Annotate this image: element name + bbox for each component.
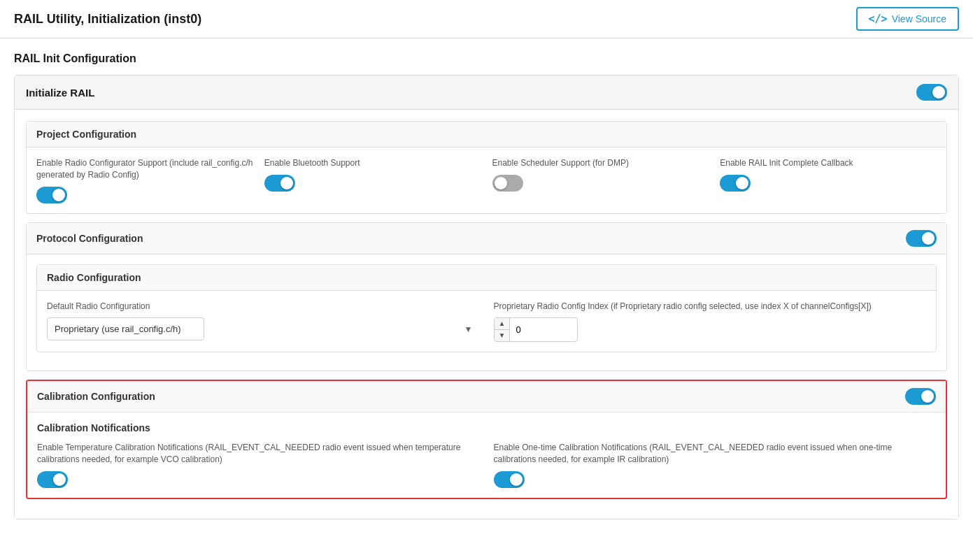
initialize-rail-panel: Initialize RAIL Project Configuration En… (14, 75, 959, 519)
proprietary-index-input[interactable] (510, 320, 566, 339)
project-configuration-title: Project Configuration (27, 122, 946, 148)
radio-configuration-body: Default Radio Configuration Proprietary … (37, 291, 936, 352)
field-bluetooth-support-label: Enable Bluetooth Support (264, 157, 481, 169)
field-temp-calibration: Enable Temperature Calibration Notificat… (37, 442, 480, 488)
toggle-onetime-calibration[interactable] (494, 471, 525, 488)
initialize-rail-body: Project Configuration Enable Radio Confi… (15, 110, 958, 519)
proprietary-index-label: Proprietary Radio Config Index (if Propr… (494, 301, 927, 313)
toggle-scheduler-support[interactable] (492, 175, 523, 192)
view-source-button[interactable]: </> View Source (856, 7, 959, 31)
calibration-configuration-panel: Calibration Configuration Calibration No… (26, 380, 947, 499)
toggle-rail-init-callback[interactable] (720, 175, 751, 192)
toggle-bluetooth-support[interactable] (264, 175, 295, 192)
initialize-rail-toggle[interactable] (916, 84, 947, 101)
header: RAIL Utility, Initialization (inst0) </>… (0, 0, 973, 38)
field-onetime-calibration-label: Enable One-time Calibration Notification… (494, 442, 937, 466)
protocol-configuration-header: Protocol Configuration (27, 223, 946, 254)
field-rail-init-callback-label: Enable RAIL Init Complete Callback (720, 157, 937, 169)
calibration-notifications-title: Calibration Notifications (37, 422, 936, 433)
view-source-label: View Source (892, 13, 946, 24)
calibration-notifications-section: Calibration Notifications Enable Tempera… (37, 422, 936, 488)
toggle-radio-configurator[interactable] (36, 187, 67, 203)
toggle-calibration-configuration[interactable] (905, 388, 936, 405)
field-radio-configurator: Enable Radio Configurator Support (inclu… (36, 157, 253, 203)
default-radio-config-label: Default Radio Configuration (47, 301, 480, 313)
field-scheduler-support-label: Enable Scheduler Support (for DMP) (492, 157, 709, 169)
default-radio-select[interactable]: Proprietary (use rail_config.c/h) Custom… (47, 317, 204, 340)
spinner-buttons-left: ▲ ▼ (495, 318, 511, 341)
calibration-configuration-body: Calibration Notifications Enable Tempera… (27, 412, 946, 498)
protocol-configuration-panel: Protocol Configuration Radio Configurati… (26, 222, 947, 372)
spinner-down-button[interactable]: ▼ (495, 330, 510, 341)
spinner-up-button[interactable]: ▲ (495, 318, 510, 330)
calibration-notifications-grid: Enable Temperature Calibration Notificat… (37, 442, 936, 488)
initialize-rail-header: Initialize RAIL (15, 76, 958, 110)
project-grid: Enable Radio Configurator Support (inclu… (36, 157, 937, 203)
toggle-temp-calibration[interactable] (37, 471, 68, 488)
radio-configuration-panel: Radio Configuration Default Radio Config… (36, 264, 937, 353)
code-icon: </> (869, 13, 888, 25)
toggle-protocol-configuration[interactable] (906, 230, 937, 247)
field-scheduler-support: Enable Scheduler Support (for DMP) (492, 157, 709, 203)
proprietary-index-spinner: ▲ ▼ (494, 317, 578, 342)
protocol-configuration-title: Protocol Configuration (36, 233, 143, 244)
field-radio-configurator-label: Enable Radio Configurator Support (inclu… (36, 157, 253, 181)
radio-configuration-title: Radio Configuration (37, 265, 936, 291)
project-configuration-body: Enable Radio Configurator Support (inclu… (27, 148, 946, 213)
select-dropdown-icon: ▼ (464, 324, 473, 334)
rail-init-config-title: RAIL Init Configuration (14, 52, 959, 65)
proprietary-index-field: Proprietary Radio Config Index (if Propr… (494, 301, 927, 343)
default-radio-select-wrapper: Proprietary (use rail_config.c/h) Custom… (47, 317, 480, 340)
initialize-rail-title: Initialize RAIL (26, 87, 94, 99)
default-radio-config-field: Default Radio Configuration Proprietary … (47, 301, 480, 343)
field-rail-init-callback: Enable RAIL Init Complete Callback (720, 157, 937, 203)
radio-config-grid: Default Radio Configuration Proprietary … (47, 301, 926, 343)
field-onetime-calibration: Enable One-time Calibration Notification… (494, 442, 937, 488)
project-configuration-panel: Project Configuration Enable Radio Confi… (26, 121, 947, 214)
calibration-configuration-header: Calibration Configuration (27, 381, 946, 412)
field-bluetooth-support: Enable Bluetooth Support (264, 157, 481, 203)
main-content: RAIL Init Configuration Initialize RAIL … (0, 38, 973, 545)
page-title: RAIL Utility, Initialization (inst0) (14, 12, 201, 27)
protocol-configuration-body: Radio Configuration Default Radio Config… (27, 254, 946, 371)
field-temp-calibration-label: Enable Temperature Calibration Notificat… (37, 442, 480, 466)
calibration-configuration-title: Calibration Configuration (37, 391, 155, 402)
